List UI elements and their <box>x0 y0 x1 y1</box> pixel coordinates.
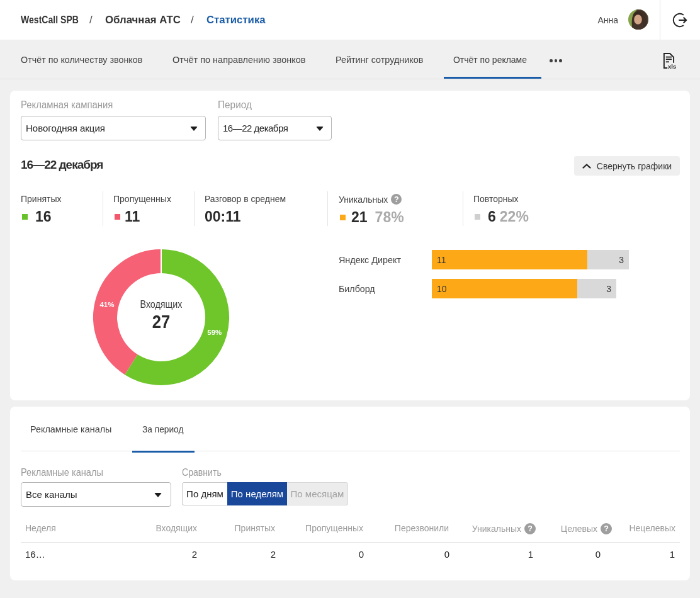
svg-text:41%: 41% <box>99 301 114 308</box>
svg-text:Входящих: Входящих <box>140 299 183 310</box>
svg-text:27: 27 <box>152 312 171 332</box>
svg-text:59%: 59% <box>207 329 222 336</box>
